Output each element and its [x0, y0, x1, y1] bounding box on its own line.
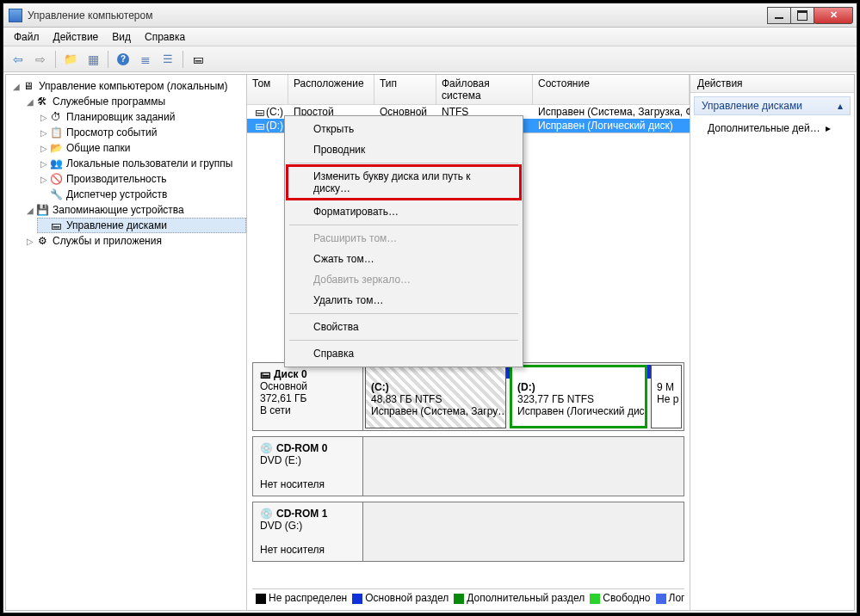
tree-shared-folders[interactable]: ▷Общие папки [37, 140, 246, 156]
disk-0-partitions: (C:) 48,83 ГБ NTFS Исправен (Система, За… [363, 363, 684, 430]
cdrom-1-row[interactable]: 💿CD-ROM 1 DVD (G:) Нет носителя [252, 502, 684, 562]
part-label: (C:) [371, 381, 389, 393]
tree-event-viewer[interactable]: ▷Просмотр событий [37, 125, 246, 140]
tree-system-tools[interactable]: ◢Служебные программы [23, 94, 246, 109]
expand-icon[interactable]: ▷ [39, 113, 49, 122]
legend-label: Логич [669, 592, 684, 604]
part-status: Не р [657, 393, 678, 405]
part-size: 323,77 ГБ NTFS [517, 393, 594, 405]
tools-icon [35, 95, 49, 108]
help-icon [117, 53, 129, 65]
back-arrow-icon [13, 52, 23, 66]
disk-name: Диск 0 [274, 368, 307, 380]
collapse-icon[interactable]: ◢ [25, 97, 35, 107]
cell: (D:) [266, 120, 283, 132]
toolbar [3, 46, 857, 72]
show-tree-button[interactable] [84, 50, 102, 69]
tree-label: Управление дисками [66, 219, 167, 231]
close-button[interactable] [814, 7, 853, 24]
collapse-icon[interactable]: ◢ [25, 206, 35, 215]
drive-icon: 🖴 [252, 106, 266, 118]
legend-label: Не распределен [269, 592, 347, 604]
forward-arrow-icon [35, 52, 46, 66]
ctx-delete-volume[interactable]: Удалить том… [288, 290, 520, 311]
tree-label: Локальные пользователи и группы [66, 157, 232, 169]
tree-label: Службы и приложения [53, 235, 162, 247]
collapse-icon[interactable]: ◢ [11, 82, 22, 91]
expand-icon[interactable]: ▷ [39, 144, 49, 153]
disk-settings-button[interactable] [189, 50, 207, 69]
maximize-button[interactable] [790, 7, 814, 24]
menu-view[interactable]: Вид [105, 28, 138, 46]
forward-button[interactable] [31, 50, 50, 69]
col-filesystem[interactable]: Файловая система [436, 75, 533, 104]
cd-icon: 💿 [260, 442, 273, 454]
ctx-format[interactable]: Форматировать… [288, 201, 520, 222]
menu-file[interactable]: Файл [7, 28, 46, 46]
ctx-properties[interactable]: Свойства [288, 317, 520, 337]
volume-list-header: Том Расположение Тип Файловая система Со… [247, 75, 690, 105]
menu-action[interactable]: Действие [46, 28, 106, 46]
tree-label: Планировщик заданий [66, 111, 175, 123]
ctx-add-mirror: Добавить зеркало… [288, 269, 520, 290]
cdrom-0-content [363, 437, 684, 496]
tree-services[interactable]: ▷Службы и приложения [23, 233, 246, 249]
tree-storage[interactable]: ◢Запоминающие устройства [23, 202, 246, 218]
partition-d[interactable]: (D:) 323,77 ГБ NTFS Исправен (Логический… [510, 365, 647, 428]
tree-label: Запоминающие устройства [53, 204, 184, 216]
cell: (C:) [266, 106, 283, 118]
properties-button[interactable] [158, 50, 177, 69]
actions-header: Действия [690, 75, 854, 93]
expand-icon[interactable]: ▷ [39, 159, 49, 169]
up-button[interactable] [61, 50, 80, 69]
collapse-arrow-icon: ▴ [838, 100, 843, 112]
col-status[interactable]: Состояние [533, 75, 690, 104]
ctx-explorer[interactable]: Проводник [288, 139, 520, 160]
action-label: Дополнительные дей… [708, 122, 820, 134]
ctx-help[interactable]: Справка [288, 343, 520, 364]
disk-state: Нет носителя [260, 478, 356, 490]
disk-size: 372,61 ГБ [260, 392, 356, 404]
minimize-button[interactable] [767, 7, 791, 24]
ctx-open[interactable]: Открыть [288, 119, 520, 139]
tree-local-users[interactable]: ▷Локальные пользователи и группы [37, 156, 246, 171]
expand-icon[interactable]: ▷ [39, 175, 49, 184]
window-controls [768, 7, 853, 24]
view-list-button[interactable] [136, 50, 155, 69]
disk-0-row[interactable]: 🖴Диск 0 Основной 372,61 ГБ В сети (C:) 4… [252, 362, 684, 431]
cdrom-1-info: 💿CD-ROM 1 DVD (G:) Нет носителя [253, 502, 363, 561]
tree-root[interactable]: ◢Управление компьютером (локальным) [9, 78, 246, 94]
cdrom-0-row[interactable]: 💿CD-ROM 0 DVD (E:) Нет носителя [252, 436, 684, 496]
col-layout[interactable]: Расположение [288, 75, 374, 104]
tree-task-scheduler[interactable]: ▷Планировщик заданий [37, 109, 246, 125]
ctx-shrink-volume[interactable]: Сжать том… [288, 249, 520, 269]
back-button[interactable] [9, 50, 28, 69]
partition-unallocated[interactable]: 9 М Не р [651, 365, 682, 428]
tree-pane[interactable]: ◢Управление компьютером (локальным) ◢Слу… [6, 75, 247, 610]
expand-icon[interactable]: ▷ [25, 237, 35, 246]
expand-icon[interactable]: ▷ [39, 128, 49, 138]
disk-icon: 🖴 [260, 368, 270, 380]
col-volume[interactable]: Том [247, 75, 288, 104]
swatch-free [590, 594, 600, 604]
props-icon [163, 52, 173, 65]
tree-disk-management[interactable]: ▷Управление дисками [37, 218, 246, 233]
ctx-change-drive-letter[interactable]: Изменить букву диска или путь к диску… [288, 166, 520, 199]
swatch-primary [352, 594, 362, 604]
folder-up-icon [64, 52, 77, 65]
title-bar[interactable]: Управление компьютером [3, 3, 857, 28]
legend: Не распределен Основной раздел Дополните… [252, 588, 684, 607]
users-icon [49, 157, 63, 170]
actions-pane: Действия Управление дисками ▴ Дополнител… [690, 75, 854, 610]
tree-device-manager[interactable]: ▷Диспетчер устройств [37, 187, 246, 202]
ctx-separator [289, 163, 518, 163]
tree-performance[interactable]: ▷Производительность [37, 171, 246, 187]
event-icon [49, 126, 63, 139]
legend-label: Основной раздел [365, 592, 449, 604]
actions-section-diskmgmt[interactable]: Управление дисками ▴ [694, 96, 851, 115]
menu-help[interactable]: Справка [138, 28, 192, 46]
help-button[interactable] [114, 50, 133, 69]
actions-more[interactable]: Дополнительные дей… ▸ [690, 119, 854, 138]
col-type[interactable]: Тип [374, 75, 436, 104]
partition-c[interactable]: (C:) 48,83 ГБ NTFS Исправен (Система, За… [365, 365, 506, 428]
